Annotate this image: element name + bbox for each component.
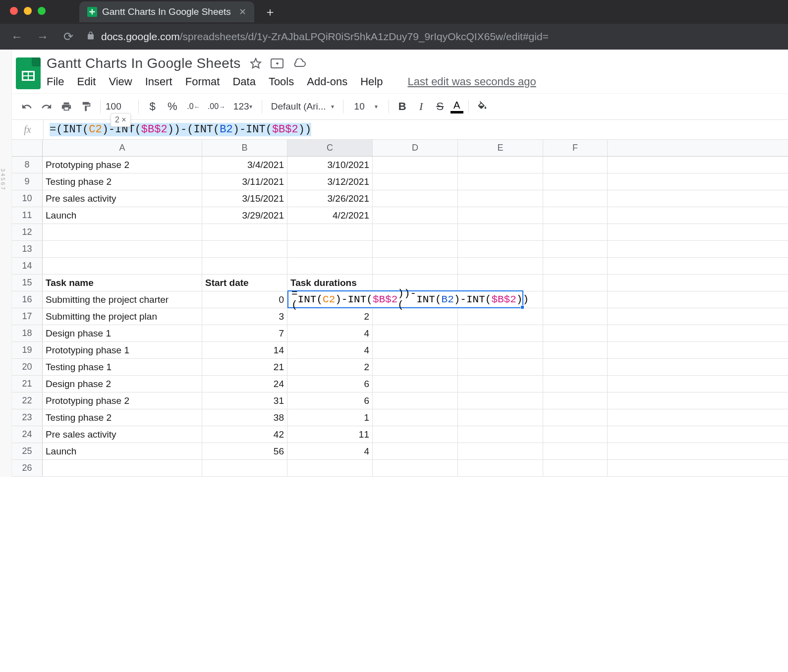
cell[interactable]: 24 xyxy=(202,376,287,392)
cell[interactable]: Testing phase 1 xyxy=(43,359,202,375)
row-header[interactable]: 26 xyxy=(12,460,43,476)
row-header[interactable]: 22 xyxy=(12,392,43,409)
cell[interactable] xyxy=(373,224,458,240)
select-all-corner[interactable] xyxy=(12,140,43,156)
cell[interactable] xyxy=(543,190,608,207)
cell[interactable] xyxy=(287,258,373,274)
italic-button[interactable]: I xyxy=(413,98,430,115)
decrease-decimal-button[interactable]: .0← xyxy=(183,98,204,115)
row-header[interactable]: 14 xyxy=(12,258,43,274)
cell[interactable] xyxy=(458,460,543,476)
new-tab-button[interactable]: ＋ xyxy=(264,4,276,20)
cell[interactable] xyxy=(458,173,543,190)
row-header[interactable]: 13 xyxy=(12,241,43,257)
cell[interactable] xyxy=(202,224,287,240)
cell[interactable]: Pre sales activity xyxy=(43,426,202,443)
cell[interactable]: Task durations xyxy=(287,275,373,291)
row-header[interactable]: 9 xyxy=(12,173,43,190)
cell[interactable] xyxy=(458,190,543,207)
menu-help[interactable]: Help xyxy=(360,75,383,88)
sheets-logo-icon[interactable] xyxy=(16,57,41,89)
column-header-F[interactable]: F xyxy=(543,140,608,156)
zoom-selector[interactable]: 100 2 × xyxy=(106,101,121,112)
cell[interactable] xyxy=(202,258,287,274)
cell[interactable] xyxy=(458,258,543,274)
font-family-selector[interactable]: Default (Ari... ▾ xyxy=(267,99,338,114)
cell[interactable] xyxy=(373,443,458,459)
cell[interactable] xyxy=(373,207,458,224)
cell[interactable]: 3/11/2021 xyxy=(202,173,287,190)
column-header-E[interactable]: E xyxy=(458,140,543,156)
cell[interactable]: 3/10/2021 xyxy=(287,157,373,173)
cell[interactable] xyxy=(458,241,543,257)
cell[interactable] xyxy=(458,157,543,173)
cell[interactable]: 3/26/2021 xyxy=(287,190,373,207)
menu-insert[interactable]: Insert xyxy=(145,75,172,88)
cell[interactable] xyxy=(458,342,543,358)
cell[interactable] xyxy=(202,460,287,476)
cell[interactable]: 3/4/2021 xyxy=(202,157,287,173)
cell[interactable] xyxy=(373,157,458,173)
cell[interactable] xyxy=(458,291,543,308)
row-header[interactable]: 15 xyxy=(12,275,43,291)
cell[interactable]: 3/12/2021 xyxy=(287,173,373,190)
cell[interactable] xyxy=(458,224,543,240)
cell[interactable] xyxy=(373,460,458,476)
cell[interactable] xyxy=(373,409,458,426)
redo-button[interactable] xyxy=(38,98,56,115)
cell[interactable]: Submitting the project charter xyxy=(43,291,202,308)
fill-color-button[interactable] xyxy=(474,98,491,115)
cell[interactable] xyxy=(373,241,458,257)
cell[interactable] xyxy=(43,460,202,476)
cell[interactable] xyxy=(373,376,458,392)
cell[interactable]: 6 xyxy=(287,392,373,409)
close-tab-icon[interactable]: ✕ xyxy=(239,6,246,17)
cell[interactable]: 42 xyxy=(202,426,287,443)
menu-format[interactable]: Format xyxy=(185,75,220,88)
formula-input[interactable]: =(INT(C2)-INT($B$2))-(INT(B2)-INT($B$2)) xyxy=(44,123,788,136)
cell[interactable] xyxy=(543,207,608,224)
cell[interactable] xyxy=(202,241,287,257)
column-header-C[interactable]: C xyxy=(287,140,373,156)
row-header[interactable]: 24 xyxy=(12,426,43,443)
cell[interactable]: Submitting the project plan xyxy=(43,308,202,325)
cell[interactable]: 56 xyxy=(202,443,287,459)
row-header[interactable]: 21 xyxy=(12,376,43,392)
cell[interactable]: Design phase 2 xyxy=(43,376,202,392)
cell[interactable] xyxy=(458,325,543,341)
cell[interactable] xyxy=(543,173,608,190)
row-header[interactable]: 11 xyxy=(12,207,43,224)
row-header[interactable]: 20 xyxy=(12,359,43,375)
cell[interactable]: 3/29/2021 xyxy=(202,207,287,224)
cell[interactable] xyxy=(373,291,458,308)
cell[interactable]: Testing phase 2 xyxy=(43,173,202,190)
last-edit-link[interactable]: Last edit was seconds ago xyxy=(407,75,536,88)
menu-tools[interactable]: Tools xyxy=(269,75,294,88)
cell[interactable] xyxy=(373,426,458,443)
column-header-D[interactable]: D xyxy=(373,140,458,156)
move-icon[interactable] xyxy=(271,58,283,68)
cell[interactable]: 4 xyxy=(287,325,373,341)
cell[interactable]: 1 xyxy=(287,409,373,426)
menu-file[interactable]: File xyxy=(47,75,64,88)
cell[interactable]: Start date xyxy=(202,275,287,291)
forward-button[interactable]: → xyxy=(35,29,51,45)
cell[interactable] xyxy=(373,173,458,190)
cell[interactable]: 38 xyxy=(202,409,287,426)
cell[interactable]: Launch xyxy=(43,207,202,224)
menu-view[interactable]: View xyxy=(109,75,132,88)
cell[interactable]: 3 xyxy=(202,308,287,325)
star-icon[interactable] xyxy=(250,57,262,69)
cell[interactable] xyxy=(543,376,608,392)
number-format-button[interactable]: 123 ▾ xyxy=(229,98,257,115)
cell[interactable] xyxy=(373,342,458,358)
minimize-window[interactable] xyxy=(24,7,32,15)
cell[interactable]: Task name xyxy=(43,275,202,291)
cell[interactable] xyxy=(458,308,543,325)
cell[interactable] xyxy=(458,376,543,392)
cell[interactable] xyxy=(373,359,458,375)
cell[interactable]: 4 xyxy=(287,443,373,459)
cell[interactable]: Prototyping phase 1 xyxy=(43,342,202,358)
maximize-window[interactable] xyxy=(38,7,46,15)
row-header[interactable]: 23 xyxy=(12,409,43,426)
